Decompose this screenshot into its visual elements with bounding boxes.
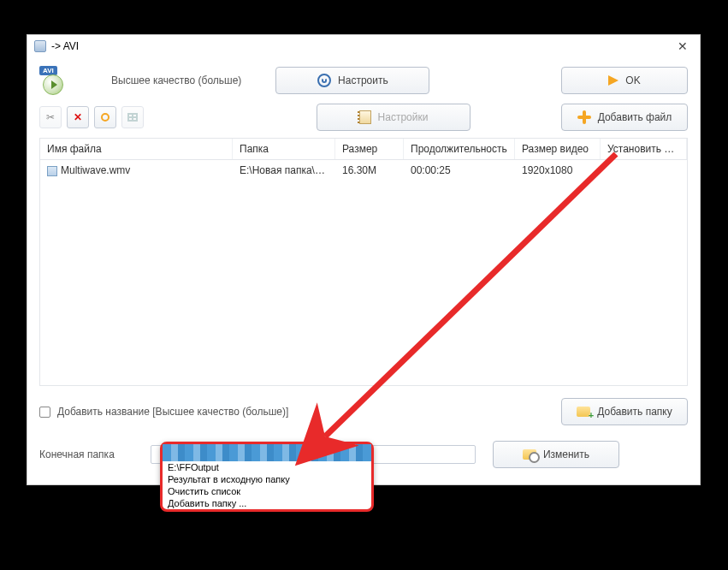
destination-popup: E:\FFOutput Результат в исходную папку О… [160,442,374,512]
ok-button[interactable]: OK [561,67,688,94]
change-button[interactable]: Изменить [493,441,619,468]
add-title-checkbox[interactable] [39,407,50,418]
destination-label: Конечная папка [39,448,142,460]
table-header: Имя файла Папка Размер Продолжительность… [40,139,687,160]
film-icon [359,110,371,124]
content-area: AVI Высшее качество (больше) Настроить O… [27,57,700,477]
popup-selected-blur[interactable] [163,444,371,461]
col-range[interactable]: Установить диапаз... [601,139,687,159]
file-icon [47,166,57,176]
cell-duration: 00:00:25 [404,163,515,178]
col-filename[interactable]: Имя файла [40,139,233,159]
format-avi-icon: AVI [39,66,68,95]
col-videosize[interactable]: Размер видео [515,139,601,159]
popup-item-2[interactable]: Очистить список [163,485,371,497]
add-title-label: Добавить название [Высшее качество (боль… [57,406,288,418]
top-row: AVI Высшее качество (больше) Настроить O… [39,66,688,95]
cell-videosize: 1920x1080 [515,163,601,178]
add-folder-button-label: Добавить папку [597,406,672,418]
gear-icon [317,74,331,87]
table-row[interactable]: Multiwave.wmv E:\Новая папка\FI... 16.30… [40,160,687,181]
cell-size: 16.30M [335,163,404,178]
file-table: Имя файла Папка Размер Продолжительность… [39,138,688,386]
folder-plus-icon [577,407,590,417]
col-folder[interactable]: Папка [233,139,335,159]
folder-gear-icon [523,449,536,460]
change-button-label: Изменить [543,448,589,460]
remove-tool[interactable]: ✕ [67,106,89,128]
popup-item-3[interactable]: Добавить папку ... [163,497,371,509]
add-folder-button[interactable]: Добавить папку [561,398,688,425]
toolbar-row: ✂ ✕ Настройки Добавить файл [39,104,688,131]
plus-icon [577,110,591,124]
add-title-row: Добавить название [Высшее качество (боль… [39,398,688,425]
preview-tool[interactable] [94,106,116,128]
add-file-button[interactable]: Добавить файл [561,104,688,131]
cell-filename: Multiwave.wmv [61,164,130,176]
add-file-button-label: Добавить файл [598,111,672,123]
col-duration[interactable]: Продолжительность [404,139,515,159]
converter-window: -> AVI ✕ AVI Высшее качество (больше) На… [27,34,701,485]
titlebar: -> AVI ✕ [27,35,700,57]
window-title: -> AVI [51,40,79,52]
popup-item-1[interactable]: Результат в исходную папку [163,473,371,485]
arrow-right-icon [608,75,619,86]
configure-button-label: Настроить [338,74,388,86]
popup-item-0[interactable]: E:\FFOutput [163,461,371,473]
configure-button[interactable]: Настроить [275,67,429,94]
settings-button[interactable]: Настройки [317,104,471,131]
app-icon [34,40,46,52]
ok-button-label: OK [625,74,640,86]
close-button[interactable]: ✕ [672,39,693,53]
clip-tool[interactable]: ✂ [39,106,62,128]
cell-range [601,163,687,178]
col-size[interactable]: Размер [335,139,404,159]
quality-label: Высшее качество (больше) [111,74,241,86]
settings-button-label: Настройки [378,111,429,123]
grid-tool[interactable] [121,106,144,128]
cell-folder: E:\Новая папка\FI... [233,163,335,178]
